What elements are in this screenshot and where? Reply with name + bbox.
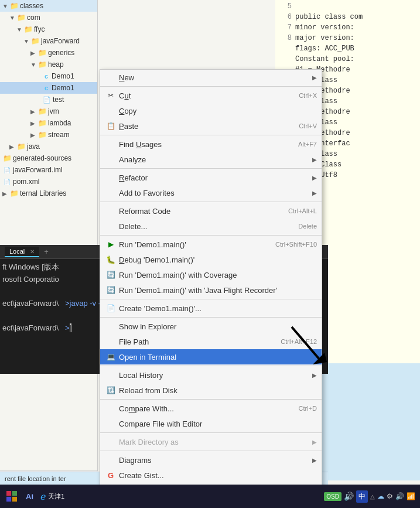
folder-icon: 📁 [9,1,19,11]
tree-label-demo1-second: Demo1 [52,84,74,92]
tree-item-com[interactable]: ▼ 📁 com [0,12,97,23]
menu-item-delete[interactable]: Delete... Delete [100,219,322,234]
tree-item-javaforward-iml[interactable]: 📄 javaForward.iml [0,164,97,176]
expand-arrow: ▶ [30,108,37,115]
menu-icon-run-coverage: 🔄 [105,269,117,281]
svg-line-0 [292,327,320,360]
menu-icon-compare-with [105,403,117,414]
tab-close-button[interactable]: ✕ [30,248,35,255]
folder-icon: 📁 [16,13,26,22]
menu-item-reformat[interactable]: Reformat Code Ctrl+Alt+L [100,203,322,219]
tab-add-button[interactable]: + [44,247,49,256]
menu-label-local-history: Local History [119,371,310,380]
menu-separator-4 [100,202,322,202]
tree-item-javaforward[interactable]: ▼ 📁 javaForward [0,35,97,47]
menu-arrow-refactor: ▶ [312,175,317,181]
code-line-4: 8 major version: [278,33,418,43]
menu-icon-add-favorites [105,187,117,199]
tree-item-lambda[interactable]: ▶ 📁 lambda [0,117,97,129]
tree-item-demo1-first[interactable]: c Demo1 [0,70,97,82]
menu-item-copy[interactable]: Copy [100,103,322,118]
menu-item-reload[interactable]: 🔃 Reload from Disk [100,383,322,398]
menu-item-compare-with[interactable]: Compare With... Ctrl+D [100,401,322,416]
tree-item-jvm[interactable]: ▶ 📁 jvm [0,105,97,117]
tree-label-classes: classes [20,2,43,10]
menu-item-mark-directory[interactable]: Mark Directory as ▶ [100,434,322,449]
menu-item-add-favorites[interactable]: Add to Favorites ▶ [100,185,322,200]
menu-item-create-gist-1[interactable]: G Create Gist... [100,468,322,483]
menu-label-create-gist-1: Create Gist... [119,471,317,480]
menu-shortcut-find-usages: Alt+F7 [298,141,317,148]
menu-item-analyze[interactable]: Analyze ▶ [100,152,322,167]
expand-arrow: ▼ [30,62,37,68]
line-number: 8 [278,34,292,42]
menu-icon-diagrams [105,454,117,466]
tree-label-demo1-first: Demo1 [52,72,74,80]
ie-icon: ℯ [40,491,46,502]
tab-label-local: Local [9,248,25,255]
folder-icon: 📁 [37,118,47,128]
tree-item-generics[interactable]: ▶ 📁 generics [0,47,97,59]
menu-separator-9 [100,399,322,400]
menu-separator-5 [100,235,322,236]
tree-item-stream[interactable]: ▶ 📁 stream [0,129,97,141]
tree-item-generated-sources[interactable]: 📁 generated-sources [0,152,97,164]
system-tray: OSD 🔊 中 △ ☁ ⚙ 🔊 📶 [319,485,420,508]
tree-item-java[interactable]: ▶ 📁 java [0,141,97,152]
menu-item-run-coverage[interactable]: 🔄 Run 'Demo1.main()' with Coverage [100,267,322,282]
menu-item-cut[interactable]: ✂ Cut Ctrl+X [100,88,322,103]
tree-item-pom-xml[interactable]: 📄 pom.xml [0,176,97,187]
expand-arrow: ▶ [30,120,37,127]
menu-item-local-history[interactable]: Local History ▶ [100,367,322,383]
svg-rect-2 [6,491,11,496]
tree-item-ffyc[interactable]: ▼ 📁 ffyc [0,23,97,35]
menu-item-paste[interactable]: 📋 Paste Ctrl+V [100,118,322,134]
menu-label-add-favorites: Add to Favorites [119,189,310,197]
folder-icon: 📁 [37,130,47,139]
pointer-arrow [287,322,334,369]
code-text: Constant pool: [278,55,354,63]
menu-item-find-usages[interactable]: Find Usages Alt+F7 [100,137,322,152]
tree-item-external-libraries[interactable]: ▶ 📁 ternal Libraries [0,187,97,199]
menu-item-refactor[interactable]: Refactor ▶ [100,170,322,185]
tree-item-demo1-second[interactable]: c Demo1 [0,82,97,94]
tree-item-classes[interactable]: ▼ 📁 classes [0,0,97,12]
tree-label-javaforward-iml: javaForward.iml [13,166,63,174]
menu-item-new[interactable]: New ▶ [100,70,322,85]
menu-item-diagrams[interactable]: Diagrams ▶ [100,452,322,468]
menu-item-debug[interactable]: 🐛 Debug 'Demo1.main()' [100,252,322,267]
menu-icon-show-explorer [105,321,117,332]
menu-item-run-jfr[interactable]: 🔄 Run 'Demo1.main()' with 'Java Flight R… [100,282,322,298]
svg-rect-5 [12,497,17,502]
menu-icon-run-jfr: 🔄 [105,284,117,296]
menu-separator-2 [100,135,322,135]
tree-item-test[interactable]: 📄 test [0,94,97,105]
menu-item-compare-editor[interactable]: Compare File with Editor [100,416,322,431]
status-bar-text: rent file location in ter [5,475,66,482]
osd-icon: OSD [324,492,342,501]
menu-icon-delete [105,220,117,232]
menu-separator-11 [100,451,322,451]
folder-icon: 📁 [37,48,47,57]
tree-label-ffyc: ffyc [34,25,45,33]
menu-item-create[interactable]: 📄 Create 'Demo1.main()'... [100,301,322,316]
code-line-5: flags: ACC_PUB [278,43,418,54]
network-icon: 🔊 [344,492,354,501]
code-text: flags: ACC_PUB [278,45,354,53]
tree-item-heap[interactable]: ▼ 📁 heap [0,59,97,70]
menu-arrow-local-history: ▶ [312,372,317,379]
expand-arrow: ▼ [9,15,16,21]
folder-icon: 📁 [23,25,33,34]
menu-label-compare-editor: Compare File with Editor [119,420,317,428]
terminal-tab-local[interactable]: Local ✕ [5,247,39,257]
windows-start-button[interactable] [0,485,23,508]
menu-item-run[interactable]: ▶ Run 'Demo1.main()' Ctrl+Shift+F10 [100,237,322,252]
code-text: major version: [295,34,354,42]
menu-icon-reformat [105,205,117,217]
menu-label-refactor: Refactor [119,173,310,182]
folder-icon: 📁 [16,142,26,151]
taskbar-item-ie[interactable]: ℯ 天津1 [36,485,69,508]
menu-icon-debug: 🐛 [105,254,117,265]
folder-icon: 📁 [37,107,47,116]
menu-separator-3 [100,168,322,169]
